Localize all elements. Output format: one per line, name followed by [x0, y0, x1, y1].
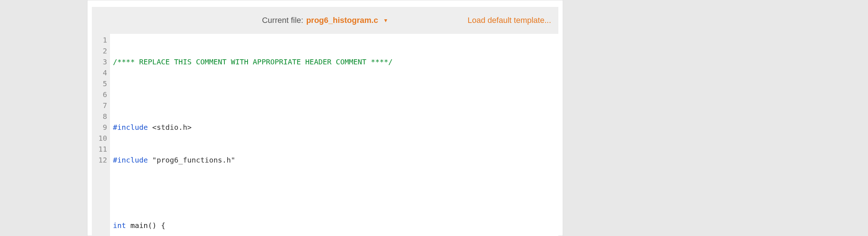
- code-line: #include <stdio.h>: [113, 122, 558, 133]
- line-number: 3: [98, 56, 107, 67]
- code-token-preprocessor: #include: [113, 156, 148, 164]
- editor-header: Current file: prog6_histogram.c ▼ Load d…: [92, 7, 558, 34]
- code-line: /**** REPLACE THIS COMMENT WITH APPROPRI…: [113, 56, 558, 67]
- code-editor[interactable]: 1 2 3 4 5 6 7 8 9 10 11 12 /**** REPLACE…: [92, 34, 558, 236]
- editor-panel: Current file: prog6_histogram.c ▼ Load d…: [87, 0, 563, 236]
- line-number: 6: [98, 89, 107, 100]
- current-file-dropdown[interactable]: prog6_histogram.c: [306, 16, 378, 25]
- load-default-template-link[interactable]: Load default template...: [468, 16, 551, 25]
- code-line: [113, 187, 558, 198]
- code-token-type: int: [113, 221, 126, 230]
- line-number: 7: [98, 100, 107, 111]
- current-file-group: Current file: prog6_histogram.c ▼: [262, 16, 388, 25]
- code-token-comment: /**** REPLACE THIS COMMENT WITH APPROPRI…: [113, 57, 393, 66]
- code-area[interactable]: /**** REPLACE THIS COMMENT WITH APPROPRI…: [110, 34, 558, 236]
- line-number: 8: [98, 111, 107, 122]
- page-outer: Current file: prog6_histogram.c ▼ Load d…: [0, 0, 868, 236]
- code-token-preprocessor: #include: [113, 123, 148, 132]
- line-number: 10: [98, 133, 107, 144]
- current-file-label: Current file:: [262, 16, 303, 25]
- line-number: 12: [98, 155, 107, 165]
- line-number: 5: [98, 78, 107, 89]
- code-line: #include "prog6_functions.h": [113, 155, 558, 165]
- chevron-down-icon[interactable]: ▼: [383, 17, 388, 23]
- code-token-include-target: "prog6_functions.h": [148, 156, 235, 164]
- line-gutter: 1 2 3 4 5 6 7 8 9 10 11 12: [92, 34, 110, 236]
- line-number: 2: [98, 45, 107, 56]
- line-number: 4: [98, 67, 107, 78]
- code-token-include-target: <stdio.h>: [148, 123, 191, 132]
- code-line: [113, 89, 558, 100]
- line-number: 11: [98, 144, 107, 155]
- line-number: 9: [98, 122, 107, 133]
- code-token-plain: main() {: [126, 221, 165, 230]
- line-number: 1: [98, 35, 107, 45]
- code-line: int main() {: [113, 220, 558, 231]
